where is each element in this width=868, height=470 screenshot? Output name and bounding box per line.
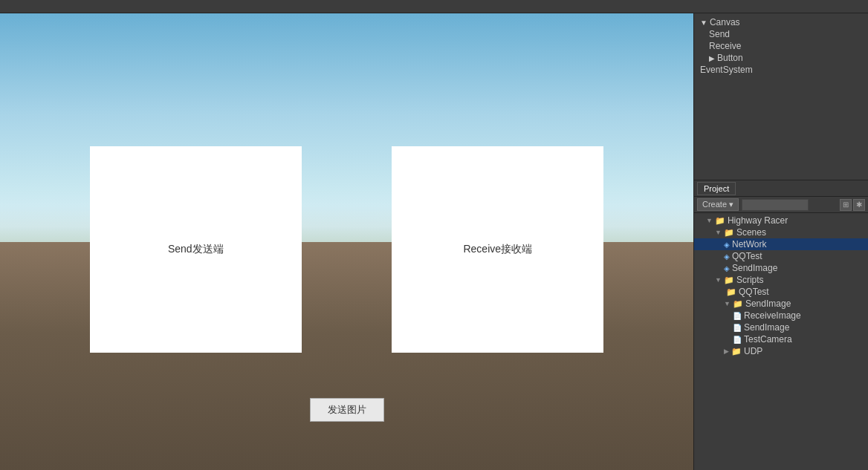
main-area: Send发送端 Receive接收端 发送图片 ▼Canvas Send Rec…	[0, 13, 868, 470]
send-button-container: 发送图片	[310, 398, 384, 422]
send-image-button[interactable]: 发送图片	[310, 398, 384, 422]
script-icon: 📄	[733, 324, 742, 332]
tree-udp-folder[interactable]: ▶ 📁 UDP	[694, 345, 868, 357]
tree-label: Scripts	[736, 275, 764, 285]
project-tree: ▼ 📁 Highway Racer ▼ 📁 Scenes ◈ NetWork	[694, 213, 868, 470]
receive-panel-label: Receive接收端	[463, 243, 532, 256]
create-button[interactable]: Create ▾	[697, 198, 739, 211]
tree-qqtest-folder[interactable]: 📁 QQTest	[694, 286, 868, 298]
hierarchy-button[interactable]: ▶Button	[694, 52, 868, 64]
folder-icon: 📁	[731, 347, 742, 356]
scene-icon: ◈	[724, 241, 730, 249]
hierarchy-send[interactable]: Send	[694, 28, 868, 40]
script-icon: 📄	[733, 336, 742, 344]
tree-sendimage-folder[interactable]: ▼ 📁 SendImage	[694, 298, 868, 310]
project-icon-2[interactable]: ✱	[853, 199, 865, 211]
tree-sendimage-scene[interactable]: ◈ SendImage	[694, 262, 868, 274]
tree-highway-racer[interactable]: ▼ 📁 Highway Racer	[694, 215, 868, 226]
scene-icon: ◈	[724, 264, 730, 272]
tree-label: SendImage	[745, 298, 791, 309]
folder-icon: 📁	[724, 275, 734, 285]
hierarchy-section: ▼Canvas Send Receive ▶Button EventSystem	[694, 13, 868, 180]
hierarchy-eventsystem[interactable]: EventSystem	[694, 64, 868, 76]
expand-arrow: ▼	[715, 229, 722, 236]
tree-label: SendImage	[744, 322, 789, 333]
send-panel: Send发送端	[90, 146, 302, 353]
project-search-input[interactable]	[742, 199, 809, 211]
folder-icon: 📁	[724, 228, 734, 238]
tree-network[interactable]: ◈ NetWork	[694, 238, 868, 250]
hierarchy-canvas[interactable]: ▼Canvas	[694, 16, 868, 28]
tree-label: TestCamera	[744, 334, 792, 345]
receive-panel: Receive接收端	[392, 146, 603, 353]
project-section: Project Create ▾ ⊞ ✱ ▼ 📁 Highway Racer	[694, 180, 868, 470]
expand-arrow: ▶	[724, 347, 729, 355]
folder-icon: 📁	[733, 299, 743, 309]
tree-label: ReceiveImage	[744, 310, 801, 321]
send-panel-label: Send发送端	[168, 243, 224, 256]
tree-label: SendImage	[732, 263, 777, 273]
hierarchy-receive[interactable]: Receive	[694, 40, 868, 52]
tab-project[interactable]: Project	[697, 182, 736, 195]
tree-receiveimage[interactable]: 📄 ReceiveImage	[694, 310, 868, 322]
tree-sendimage-script[interactable]: 📄 SendImage	[694, 322, 868, 333]
tree-scripts[interactable]: ▼ 📁 Scripts	[694, 274, 868, 286]
folder-icon: 📁	[726, 287, 736, 297]
project-tabs: Project	[694, 180, 868, 197]
right-panel: ▼Canvas Send Receive ▶Button EventSystem…	[693, 13, 868, 470]
tree-scenes[interactable]: ▼ 📁 Scenes	[694, 226, 868, 238]
tree-label: Highway Racer	[728, 215, 788, 226]
tree-qqtest-scene[interactable]: ◈ QQTest	[694, 250, 868, 262]
tree-testcamera[interactable]: 📄 TestCamera	[694, 333, 868, 345]
tree-label: QQTest	[739, 287, 769, 297]
tree-label: UDP	[744, 346, 762, 356]
project-icons: ⊞ ✱	[840, 199, 865, 211]
tree-label: NetWork	[732, 239, 766, 249]
tree-label: QQTest	[732, 251, 762, 261]
folder-icon: 📁	[715, 216, 725, 226]
expand-arrow: ▼	[706, 217, 713, 224]
expand-arrow: ▼	[715, 276, 722, 284]
project-icon-1[interactable]: ⊞	[840, 199, 852, 211]
top-bar	[0, 0, 868, 13]
script-icon: 📄	[733, 312, 742, 320]
expand-arrow: ▼	[724, 300, 731, 307]
project-toolbar: Create ▾ ⊞ ✱	[694, 197, 868, 213]
scene-view: Send发送端 Receive接收端 发送图片	[0, 13, 693, 470]
scene-icon: ◈	[724, 252, 730, 261]
tree-label: Scenes	[736, 227, 766, 238]
